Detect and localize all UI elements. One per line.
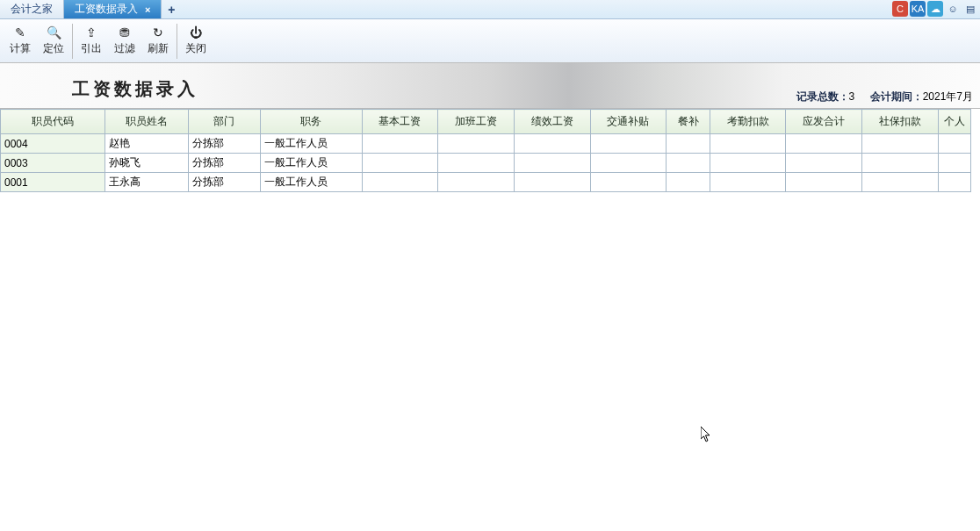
cell-personal[interactable] <box>938 154 970 173</box>
col-base[interactable]: 基本工资 <box>362 110 438 134</box>
record-count-group: 记录总数：3 <box>796 90 858 103</box>
cell-duty[interactable]: 一般工作人员 <box>261 154 363 173</box>
export-label: 引出 <box>81 41 102 56</box>
cell-meal[interactable] <box>667 173 710 192</box>
locate-button[interactable]: 🔍 定位 <box>37 21 70 61</box>
close-icon: ⏻ <box>189 25 203 39</box>
cell-name[interactable]: 赵艳 <box>104 134 188 154</box>
close-button[interactable]: ⏻ 关闭 <box>179 21 213 61</box>
cell-code[interactable]: 0003 <box>1 154 105 173</box>
col-transport[interactable]: 交通补贴 <box>590 110 667 134</box>
filter-icon: ⛃ <box>118 25 132 39</box>
table-row[interactable]: 0001王永高分拣部一般工作人员 <box>1 173 971 192</box>
period-label: 会计期间： <box>870 90 923 103</box>
cell-code[interactable]: 0001 <box>1 173 105 192</box>
close-label: 关闭 <box>185 41 206 56</box>
export-button[interactable]: ⇪ 引出 <box>75 21 108 61</box>
export-icon: ⇪ <box>84 25 98 39</box>
titlebar-icon-tray: C KA ☁ ☺ ▤ <box>892 1 978 17</box>
cell-social[interactable] <box>862 173 939 192</box>
calc-icon: ✎ <box>13 25 27 39</box>
refresh-icon: ↻ <box>151 25 165 39</box>
toolbar: ✎ 计算 🔍 定位 ⇪ 引出 ⛃ 过滤 ↻ 刷新 ⏻ 关闭 <box>0 19 980 63</box>
table-row[interactable]: 0004赵艳分拣部一般工作人员 <box>1 134 971 154</box>
cell-transport[interactable] <box>590 134 667 154</box>
tab-accounting-home[interactable]: 会计之家 <box>0 0 64 18</box>
col-payable[interactable]: 应发合计 <box>786 110 862 134</box>
cell-perf[interactable] <box>514 173 590 192</box>
cell-payable[interactable] <box>786 154 862 173</box>
cell-name[interactable]: 王永高 <box>104 173 188 192</box>
banner: 工资数据录入 记录总数：3 会计期间：2021年7月 <box>0 63 980 109</box>
cell-perf[interactable] <box>514 154 590 173</box>
cell-social[interactable] <box>862 134 939 154</box>
cell-perf[interactable] <box>514 134 590 154</box>
filter-label: 过滤 <box>114 41 135 56</box>
col-personal[interactable]: 个人 <box>938 110 970 134</box>
cell-dept[interactable]: 分拣部 <box>188 134 261 154</box>
tab-label: 工资数据录入 <box>75 2 138 17</box>
ka-icon[interactable]: KA <box>910 1 926 17</box>
calc-label: 计算 <box>10 41 31 56</box>
smile-icon[interactable]: ☺ <box>945 1 961 17</box>
record-count-value: 3 <box>849 90 855 103</box>
record-count-label: 记录总数： <box>796 90 849 103</box>
cell-ot[interactable] <box>438 134 515 154</box>
toolbar-separator <box>177 24 177 59</box>
period-value: 2021年7月 <box>923 90 973 103</box>
cell-meal[interactable] <box>667 154 710 173</box>
calc-button[interactable]: ✎ 计算 <box>4 21 37 61</box>
refresh-label: 刷新 <box>148 41 169 56</box>
locate-label: 定位 <box>43 41 64 56</box>
cell-base[interactable] <box>362 134 438 154</box>
cell-attend[interactable] <box>710 154 786 173</box>
close-icon[interactable]: × <box>145 4 150 15</box>
locate-icon: 🔍 <box>47 25 61 39</box>
banner-info: 记录总数：3 会计期间：2021年7月 <box>784 90 973 104</box>
cell-meal[interactable] <box>667 134 710 154</box>
grid-header-row: 职员代码 职员姓名 部门 职务 基本工资 加班工资 绩效工资 交通补贴 餐补 考… <box>1 110 971 134</box>
toolbar-separator <box>72 24 73 59</box>
cell-attend[interactable] <box>710 173 786 192</box>
cell-name[interactable]: 孙晓飞 <box>104 154 188 173</box>
cell-attend[interactable] <box>710 134 786 154</box>
cell-personal[interactable] <box>938 134 970 154</box>
col-social[interactable]: 社保扣款 <box>862 110 939 134</box>
table-row[interactable]: 0003孙晓飞分拣部一般工作人员 <box>1 154 971 173</box>
cell-ot[interactable] <box>438 173 515 192</box>
col-duty[interactable]: 职务 <box>261 110 363 134</box>
cell-base[interactable] <box>362 154 438 173</box>
cell-base[interactable] <box>362 173 438 192</box>
cell-social[interactable] <box>862 154 939 173</box>
cell-transport[interactable] <box>590 173 667 192</box>
cloud-icon[interactable]: ☁ <box>927 1 943 17</box>
col-dept[interactable]: 部门 <box>188 110 261 134</box>
filter-button[interactable]: ⛃ 过滤 <box>108 21 141 61</box>
cell-duty[interactable]: 一般工作人员 <box>261 173 363 192</box>
cell-ot[interactable] <box>438 154 515 173</box>
col-perf[interactable]: 绩效工资 <box>514 110 590 134</box>
col-code[interactable]: 职员代码 <box>1 110 105 134</box>
tab-bar: 会计之家 工资数据录入 × + C KA ☁ ☺ ▤ <box>0 0 980 19</box>
chat-icon[interactable]: ▤ <box>962 1 978 17</box>
cell-dept[interactable]: 分拣部 <box>188 154 261 173</box>
cell-personal[interactable] <box>938 173 970 192</box>
col-ot[interactable]: 加班工资 <box>438 110 515 134</box>
cell-payable[interactable] <box>786 134 862 154</box>
add-tab-button[interactable]: + <box>162 0 181 18</box>
period-group: 会计期间：2021年7月 <box>870 90 973 103</box>
tab-salary-entry[interactable]: 工资数据录入 × <box>64 0 162 18</box>
refresh-button[interactable]: ↻ 刷新 <box>141 21 175 61</box>
col-name[interactable]: 职员姓名 <box>104 110 188 134</box>
page-title: 工资数据录入 <box>72 77 198 101</box>
c-icon[interactable]: C <box>892 1 908 17</box>
grid-wrapper[interactable]: 职员代码 职员姓名 部门 职务 基本工资 加班工资 绩效工资 交通补贴 餐补 考… <box>0 109 980 531</box>
col-attend[interactable]: 考勤扣款 <box>710 110 786 134</box>
salary-grid[interactable]: 职员代码 职员姓名 部门 职务 基本工资 加班工资 绩效工资 交通补贴 餐补 考… <box>0 109 971 192</box>
cell-dept[interactable]: 分拣部 <box>188 173 261 192</box>
cell-transport[interactable] <box>590 154 667 173</box>
col-meal[interactable]: 餐补 <box>667 110 710 134</box>
cell-duty[interactable]: 一般工作人员 <box>261 134 363 154</box>
cell-code[interactable]: 0004 <box>1 134 105 154</box>
cell-payable[interactable] <box>786 173 862 192</box>
